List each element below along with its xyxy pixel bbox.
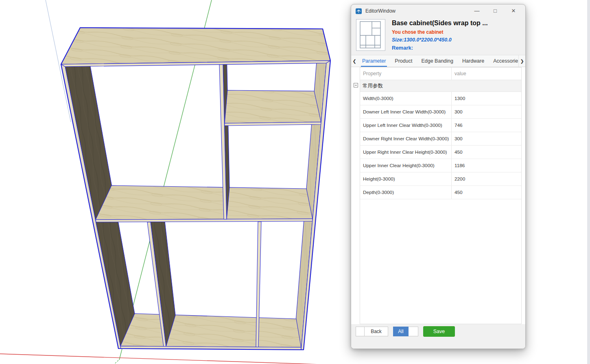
size-text: Size:1300.0*2200.0*450.0 <box>392 37 488 43</box>
property-value[interactable]: 2200 <box>452 176 521 182</box>
chosen-text: You chose the cabinet <box>392 29 488 35</box>
red-axis-line <box>0 354 407 364</box>
property-value[interactable]: 1186 <box>452 163 521 168</box>
product-info: Base cabinet(Sides wrap top ... You chos… <box>392 19 488 55</box>
tab-parameter[interactable]: Parameter <box>358 55 390 67</box>
tab-label: Parameter <box>362 58 386 64</box>
table-row: Downer Left Inner Clear Width(0-3000) 30… <box>360 105 521 119</box>
property-label: Depth(0-3000) <box>360 186 452 199</box>
cabinet-3d-model[interactable] <box>61 28 330 350</box>
footer-buttons: Back All Save <box>356 326 455 337</box>
all-option-toggle[interactable] <box>409 327 418 336</box>
section-row[interactable]: 常用参数 <box>360 80 521 92</box>
thumbnail-drawing <box>356 20 385 50</box>
parameter-grid: Property value 常用参数 Width(0-3000) 1300 D… <box>360 67 522 324</box>
tab-product[interactable]: Product <box>390 55 417 67</box>
table-row: Upper Right Inner Clear Height(0-3000) 4… <box>360 146 521 159</box>
property-label: Width(0-3000) <box>360 92 452 105</box>
window-titlebar[interactable]: EditorWindow — □ ✕ <box>351 4 525 17</box>
window-footer: Back All Save <box>351 324 525 349</box>
tab-label: Edge Banding <box>421 58 453 64</box>
property-label: Downer Left Inner Clear Width(0-3000) <box>360 105 452 118</box>
property-value[interactable]: 450 <box>452 149 521 155</box>
green-axis-dashed <box>114 360 118 364</box>
property-value[interactable]: 1300 <box>452 96 521 101</box>
upper-right-shelf-top-face <box>225 90 321 123</box>
parameter-table-area: Property value 常用参数 Width(0-3000) 1300 D… <box>351 67 525 324</box>
tab-label: Product <box>395 58 412 64</box>
tab-label: Accessorie <box>493 58 518 64</box>
editor-window: EditorWindow — □ ✕ Base cabinet(Sid <box>351 4 526 349</box>
save-button[interactable]: Save <box>423 326 455 337</box>
collapse-section-icon[interactable] <box>354 83 358 87</box>
property-value[interactable]: 300 <box>452 136 521 142</box>
side-tray-strip <box>587 0 590 364</box>
tab-scroll-right-icon[interactable]: ❯ <box>518 55 525 67</box>
window-title: EditorWindow <box>365 8 465 14</box>
middle-shelf-top-face <box>96 185 312 220</box>
tab-scroll-left-icon[interactable]: ❮ <box>351 59 358 64</box>
table-row: Height(0-3000) 2200 <box>360 172 521 186</box>
table-row: Width(0-3000) 1300 <box>360 92 521 105</box>
property-label: Upper Right Inner Clear Height(0-3000) <box>360 146 452 159</box>
property-label: Upper Inner Clear Height(0-3000) <box>360 159 452 172</box>
grid-header-row: Property value <box>360 68 521 80</box>
top-panel-top-face <box>61 28 330 64</box>
remark-label: Remark: <box>392 45 488 51</box>
property-value[interactable]: 746 <box>452 122 521 128</box>
close-icon[interactable]: ✕ <box>507 4 520 17</box>
product-thumbnail <box>356 19 385 51</box>
product-title: Base cabinet(Sides wrap top ... <box>392 20 488 27</box>
property-label: Upper Left Inner Clear Width(0-3000) <box>360 119 452 132</box>
table-row: Upper Inner Clear Height(0-3000) 1186 <box>360 159 521 172</box>
property-value[interactable]: 300 <box>452 109 521 115</box>
window-controls: — □ ✕ <box>465 4 521 17</box>
property-label: Downer Right Inner Clear Width(0-3000) <box>360 132 452 145</box>
table-row: Depth(0-3000) 450 <box>360 186 521 199</box>
tab-label: Hardware <box>462 58 484 64</box>
app-logo-icon <box>355 8 362 15</box>
tab-edge-banding[interactable]: Edge Banding <box>417 55 458 67</box>
table-row: Downer Right Inner Clear Width(0-3000) 3… <box>360 132 521 146</box>
minimize-icon[interactable]: — <box>471 4 483 17</box>
tab-hardware[interactable]: Hardware <box>458 55 489 67</box>
back-button[interactable]: Back <box>365 327 388 336</box>
product-header: Base cabinet(Sides wrap top ... You chos… <box>351 17 525 55</box>
section-label: 常用参数 <box>363 83 383 89</box>
column-header-property: Property <box>360 68 452 80</box>
tab-bar: ❮ Parameter Product Edge Banding Hardwar… <box>351 55 525 67</box>
tabs-strip: Parameter Product Edge Banding Hardware … <box>358 55 520 67</box>
property-label: Height(0-3000) <box>360 172 452 185</box>
column-header-value: value <box>452 71 521 76</box>
property-value[interactable]: 450 <box>452 190 521 195</box>
bottom-panel-top-face <box>120 314 301 347</box>
all-button[interactable]: All <box>393 327 409 336</box>
red-axis <box>0 354 407 364</box>
middle-shelf-front-edge <box>96 219 312 222</box>
maximize-icon[interactable]: □ <box>489 4 501 17</box>
back-option-toggle[interactable] <box>356 327 365 336</box>
tab-accessories[interactable]: Accessorie <box>489 55 520 67</box>
table-row: Upper Left Inner Clear Width(0-3000) 746 <box>360 119 521 132</box>
